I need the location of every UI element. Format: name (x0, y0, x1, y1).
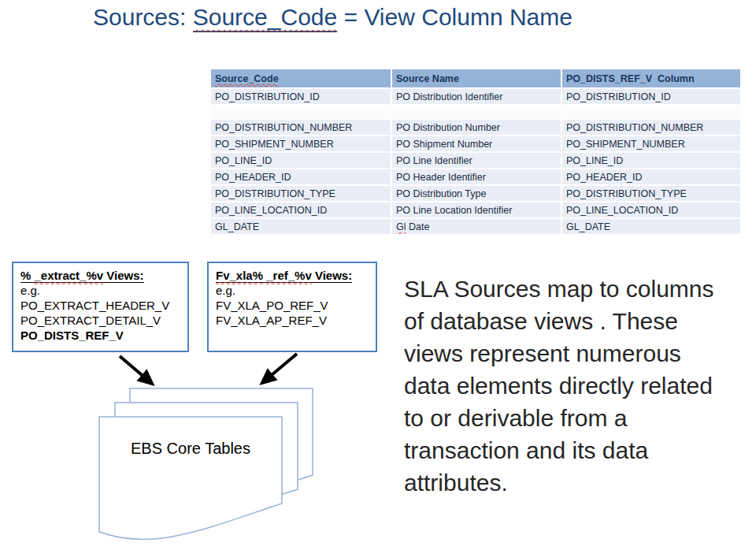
document-stack (99, 388, 313, 540)
arrow-extract-to-tables (120, 356, 152, 384)
diagram-layer (0, 0, 756, 546)
document-shape-front (99, 417, 282, 540)
ebs-core-tables-label: EBS Core Tables (99, 440, 282, 458)
arrows (120, 354, 297, 384)
slide: { "title": { "prefix": "Sources: ", "hig… (0, 0, 756, 546)
arrow-fvxla-to-tables (262, 354, 297, 383)
